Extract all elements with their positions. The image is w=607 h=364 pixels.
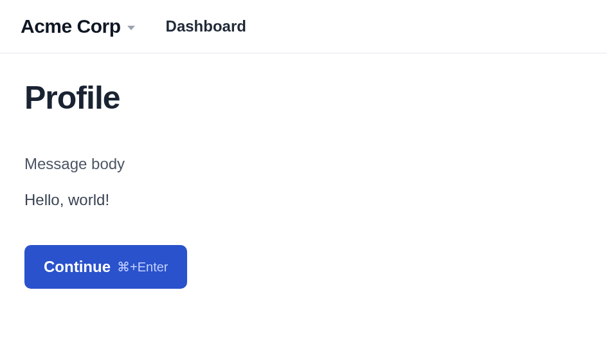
page-title: Profile	[24, 79, 583, 116]
app-header: Acme Corp Dashboard	[0, 0, 607, 53]
continue-button-label: Continue	[44, 258, 111, 276]
message-body-value: Hello, world!	[24, 191, 583, 209]
continue-button-shortcut: ⌘+Enter	[117, 259, 168, 275]
message-body-label: Message body	[24, 155, 583, 173]
org-selector[interactable]: Acme Corp	[21, 15, 135, 37]
main-content: Profile Message body Hello, world! Conti…	[0, 53, 607, 314]
chevron-down-icon	[127, 26, 135, 30]
org-name: Acme Corp	[21, 15, 121, 37]
nav-dashboard[interactable]: Dashboard	[166, 17, 246, 35]
continue-button[interactable]: Continue ⌘+Enter	[24, 245, 187, 289]
